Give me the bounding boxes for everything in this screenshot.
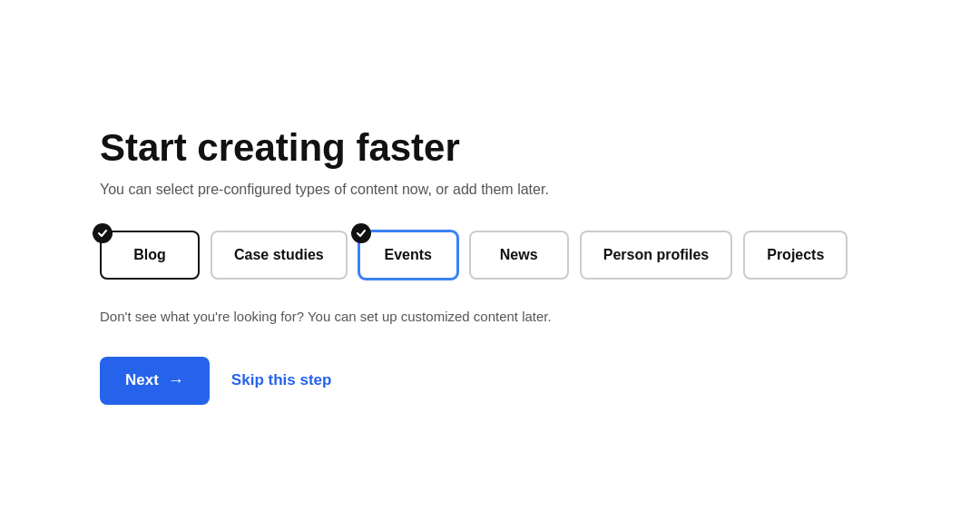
page-subtitle: You can select pre-configured types of c…: [100, 182, 880, 198]
content-types-row: Blog Case studies Events News Person pro…: [100, 231, 880, 280]
check-badge-blog: [93, 223, 113, 243]
content-type-person-profiles-label: Person profiles: [603, 247, 709, 263]
page-title: Start creating faster: [100, 126, 880, 170]
skip-step-button[interactable]: Skip this step: [231, 371, 332, 389]
check-badge-events: [351, 223, 371, 243]
hint-text: Don't see what you're looking for? You c…: [100, 309, 880, 324]
content-type-projects[interactable]: Projects: [743, 231, 848, 280]
content-type-blog[interactable]: Blog: [100, 231, 200, 280]
content-type-blog-label: Blog: [133, 247, 166, 263]
main-container: Start creating faster You can select pre…: [36, 72, 944, 458]
content-type-person-profiles[interactable]: Person profiles: [580, 231, 732, 280]
content-type-events[interactable]: Events: [358, 231, 458, 280]
content-type-news[interactable]: News: [469, 231, 569, 280]
content-type-events-label: Events: [384, 247, 431, 263]
next-button[interactable]: Next →: [100, 357, 210, 405]
content-type-case-studies-label: Case studies: [234, 247, 324, 263]
content-type-case-studies[interactable]: Case studies: [211, 231, 348, 280]
next-button-label: Next: [125, 371, 159, 389]
actions-row: Next → Skip this step: [100, 357, 880, 405]
content-type-projects-label: Projects: [767, 247, 824, 263]
content-type-news-label: News: [500, 247, 538, 263]
next-arrow-icon: →: [168, 371, 184, 390]
